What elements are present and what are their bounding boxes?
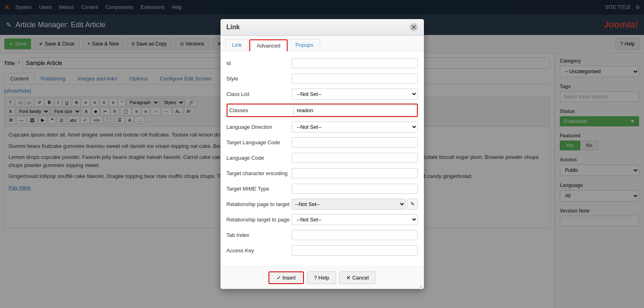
- field-tabindex-row: Tab Index: [227, 229, 418, 241]
- modal-footer: ✓ Insert ? Help ✕ Cancel: [220, 266, 424, 289]
- field-charenc-row: Target character encoding: [227, 167, 418, 179]
- field-langcode-input[interactable]: [292, 153, 418, 163]
- modal-tab-link[interactable]: Link: [225, 39, 249, 51]
- field-mimetype-row: Target MIME Type: [227, 183, 418, 194]
- field-accesskey-input[interactable]: [292, 245, 418, 256]
- field-relpagetarget-edit-button[interactable]: ✎: [407, 199, 418, 210]
- field-langcode-label: Language Code: [227, 155, 292, 161]
- field-style-row: Style: [227, 73, 418, 84]
- field-relpagetarget-select[interactable]: --Not Set--: [292, 199, 406, 210]
- field-langcode-row: Language Code: [227, 152, 418, 163]
- field-classlist-label: Class List: [227, 91, 292, 97]
- modal-close-button[interactable]: ✕: [410, 23, 418, 31]
- field-tabindex-label: Tab Index: [227, 232, 292, 238]
- field-classes-input[interactable]: [293, 105, 416, 115]
- field-relpagetarget-row: Relationship page to target --Not Set-- …: [227, 198, 418, 210]
- modal-body: Id Style Class List --Not Set-- Classes: [220, 51, 424, 266]
- field-classlist-row: Class List --Not Set--: [227, 88, 418, 100]
- field-style-label: Style: [227, 76, 292, 82]
- modal-overlay: Link ✕ Link Advanced Popups Id Style Cla…: [0, 0, 644, 308]
- modal-tab-advanced[interactable]: Advanced: [249, 39, 288, 51]
- field-mimetype-input[interactable]: [292, 184, 418, 194]
- link-modal: Link ✕ Link Advanced Popups Id Style Cla…: [220, 19, 424, 289]
- insert-button[interactable]: ✓ Insert: [269, 271, 304, 284]
- field-reltopage-label: Relationship target to page: [227, 217, 292, 223]
- field-accesskey-label: Access Key: [227, 247, 292, 254]
- modal-help-button[interactable]: ? Help: [307, 271, 336, 284]
- field-tabindex-input[interactable]: [292, 230, 418, 240]
- field-targetlangcode-label: Target Language Code: [227, 139, 292, 145]
- modal-cancel-button[interactable]: ✕ Cancel: [339, 271, 375, 284]
- field-langdir-label: Language Direction: [227, 124, 292, 130]
- field-id-label: Id: [227, 60, 292, 66]
- field-targetlangcode-row: Target Language Code: [227, 137, 418, 148]
- field-charenc-label: Target character encoding: [227, 170, 292, 176]
- field-relpagetarget-label: Relationship page to target: [227, 201, 292, 207]
- field-charenc-input[interactable]: [292, 168, 418, 178]
- field-reltopage-row: Relationship target to page --Not Set--: [227, 214, 418, 225]
- modal-header: Link ✕: [220, 19, 424, 36]
- field-id-row: Id: [227, 57, 418, 69]
- modal-tab-popups[interactable]: Popups: [288, 39, 320, 51]
- field-id-input[interactable]: [292, 58, 418, 68]
- field-relpagetarget-select-group: --Not Set-- ✎: [292, 199, 418, 210]
- field-classes-label: Classes: [228, 107, 293, 113]
- field-reltopage-select[interactable]: --Not Set--: [292, 214, 418, 225]
- field-mimetype-label: Target MIME Type: [227, 186, 292, 192]
- field-classlist-select[interactable]: --Not Set--: [292, 89, 418, 100]
- field-targetlangcode-input[interactable]: [292, 137, 418, 147]
- modal-title: Link: [227, 24, 240, 31]
- field-classes-row: Classes: [227, 104, 418, 117]
- field-style-input[interactable]: [292, 74, 418, 84]
- modal-resize-handle[interactable]: ⊿: [419, 284, 424, 289]
- modal-tabs: Link Advanced Popups: [220, 36, 424, 51]
- field-langdir-row: Language Direction --Not Set--: [227, 121, 418, 132]
- field-accesskey-row: Access Key: [227, 245, 418, 256]
- field-langdir-select[interactable]: --Not Set--: [292, 121, 418, 132]
